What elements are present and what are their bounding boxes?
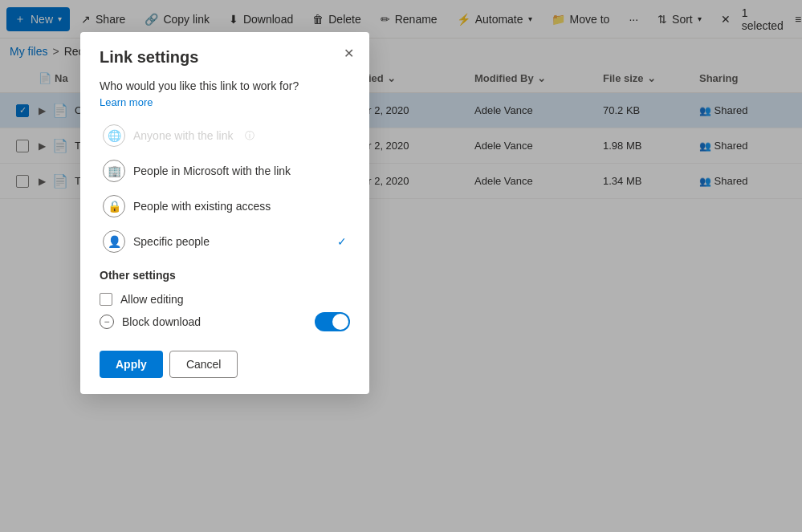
option-anyone[interactable]: 🌐 Anyone with the link ⓘ — [100, 118, 350, 153]
option-specific-people[interactable]: 👤 Specific people ✓ — [100, 224, 350, 259]
modal-actions: Apply Cancel — [100, 351, 350, 378]
toggle-thumb — [332, 314, 348, 330]
info-circle-icon: ⓘ — [245, 129, 254, 143]
block-download-toggle[interactable] — [315, 312, 350, 331]
block-download-row: − Block download — [100, 309, 350, 335]
allow-editing-checkbox[interactable] — [100, 293, 112, 306]
modal-question: Who would you like this link to work for… — [100, 79, 350, 92]
person-specific-icon: 👤 — [103, 230, 125, 253]
option-anyone-label: Anyone with the link — [133, 129, 234, 142]
option-microsoft-label: People in Microsoft with the link — [133, 164, 291, 177]
allow-editing-label[interactable]: Allow editing — [120, 293, 184, 306]
learn-more-link[interactable]: Learn more — [100, 96, 153, 108]
minus-icon: − — [100, 315, 114, 329]
option-microsoft[interactable]: 🏢 People in Microsoft with the link — [100, 153, 350, 189]
cancel-button[interactable]: Cancel — [169, 351, 238, 378]
option-specific-label: Specific people — [133, 235, 210, 248]
link-settings-modal: ✕ Link settings Who would you like this … — [80, 32, 369, 394]
modal-overlay: ✕ Link settings Who would you like this … — [0, 0, 802, 532]
option-existing-access[interactable]: 🔒 People with existing access — [100, 189, 350, 224]
modal-close-button[interactable]: ✕ — [337, 42, 360, 64]
option-existing-label: People with existing access — [133, 200, 271, 213]
other-settings-title: Other settings — [100, 269, 350, 282]
person-lock-icon: 🔒 — [103, 195, 125, 217]
block-download-label: Block download — [122, 315, 201, 328]
specific-check-icon: ✓ — [337, 235, 347, 248]
globe-icon: 🌐 — [103, 124, 125, 147]
building-icon: 🏢 — [103, 160, 125, 182]
apply-button[interactable]: Apply — [100, 351, 163, 378]
allow-editing-row: Allow editing — [100, 290, 350, 309]
modal-title: Link settings — [100, 48, 350, 67]
